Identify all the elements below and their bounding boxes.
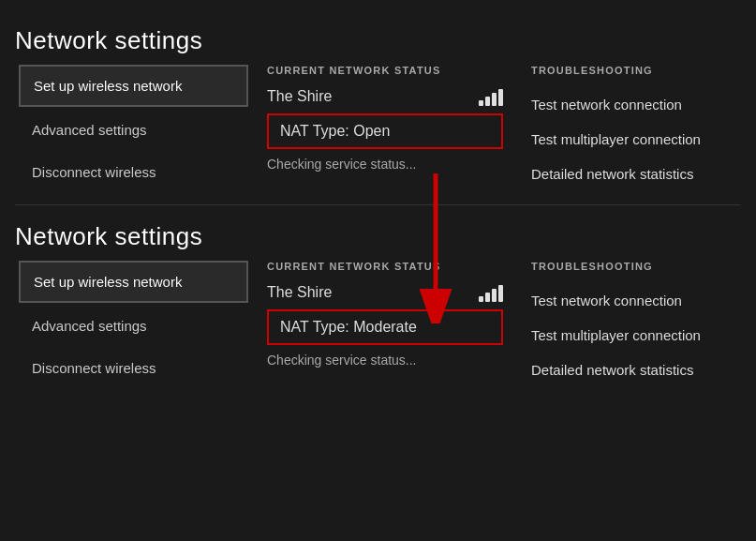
- signal-bar-1: [479, 296, 483, 302]
- panel-2-left: Set up wireless network Advanced setting…: [9, 261, 248, 391]
- panel-1-right: TROUBLESHOOTING Test network connection …: [522, 65, 747, 195]
- panel-1-network-row: The Shire: [267, 87, 503, 106]
- signal-bar-3: [492, 289, 497, 302]
- signal-bar-2: [485, 293, 490, 302]
- panel-1-row: Set up wireless network Advanced setting…: [0, 65, 756, 195]
- panel-2-network-name: The Shire: [267, 284, 332, 301]
- panel-2: Network settings Set up wireless network…: [0, 215, 756, 391]
- signal-bar-1: [479, 100, 483, 106]
- panel-2-section-label: CURRENT NETWORK STATUS: [267, 261, 503, 272]
- panel-1-left: Set up wireless network Advanced setting…: [9, 65, 248, 195]
- panel-2-troubleshoot-1[interactable]: Test network connection: [531, 283, 737, 318]
- panel-2-right: TROUBLESHOOTING Test network connection …: [522, 261, 747, 391]
- panel-2-mid: CURRENT NETWORK STATUS The Shire NAT Typ…: [248, 261, 522, 391]
- panel-1-nat-box: NAT Type: Open: [267, 113, 503, 149]
- menu-item-disconnect-2[interactable]: Disconnect wireless: [19, 349, 248, 387]
- menu-item-setup-wireless-1[interactable]: Set up wireless network: [19, 65, 248, 107]
- page-container: Network settings Set up wireless network…: [0, 0, 756, 541]
- panel-2-signal-icon: [479, 283, 503, 302]
- panel-1-troubleshoot-label: TROUBLESHOOTING: [531, 65, 737, 76]
- panel-2-title: Network settings: [0, 215, 756, 261]
- panel-1-section-label: CURRENT NETWORK STATUS: [267, 65, 503, 76]
- panel-2-troubleshoot-2[interactable]: Test multiplayer connection: [531, 318, 737, 353]
- panel-1-troubleshoot-3[interactable]: Detailed network statistics: [531, 157, 737, 191]
- panel-1-title: Network settings: [0, 19, 756, 65]
- signal-bar-4: [498, 285, 503, 302]
- panel-1-network-name: The Shire: [267, 88, 332, 105]
- panel-1-troubleshoot-1[interactable]: Test network connection: [531, 87, 737, 122]
- panel-1-mid: CURRENT NETWORK STATUS The Shire NAT Typ…: [248, 65, 522, 195]
- menu-item-advanced-1[interactable]: Advanced settings: [19, 111, 248, 149]
- signal-bar-4: [498, 89, 503, 106]
- signal-bar-2: [485, 97, 490, 106]
- panel-1-signal-icon: [479, 87, 503, 106]
- panel-2-network-row: The Shire: [267, 283, 503, 302]
- panel-1-troubleshoot-2[interactable]: Test multiplayer connection: [531, 122, 737, 157]
- signal-bar-3: [492, 93, 497, 106]
- panel-2-nat-box: NAT Type: Moderate: [267, 309, 503, 345]
- panel-2-troubleshoot-3[interactable]: Detailed network statistics: [531, 353, 737, 387]
- panel-2-troubleshoot-label: TROUBLESHOOTING: [531, 261, 737, 272]
- panel-2-status-text: Checking service status...: [267, 353, 503, 368]
- panel-1-status-text: Checking service status...: [267, 157, 503, 172]
- menu-item-advanced-2[interactable]: Advanced settings: [19, 307, 248, 345]
- menu-item-disconnect-1[interactable]: Disconnect wireless: [19, 153, 248, 191]
- panel-2-row: Set up wireless network Advanced setting…: [0, 261, 756, 391]
- menu-item-setup-wireless-2[interactable]: Set up wireless network: [19, 261, 248, 303]
- panel-divider: [15, 204, 741, 205]
- panel-1: Network settings Set up wireless network…: [0, 19, 756, 195]
